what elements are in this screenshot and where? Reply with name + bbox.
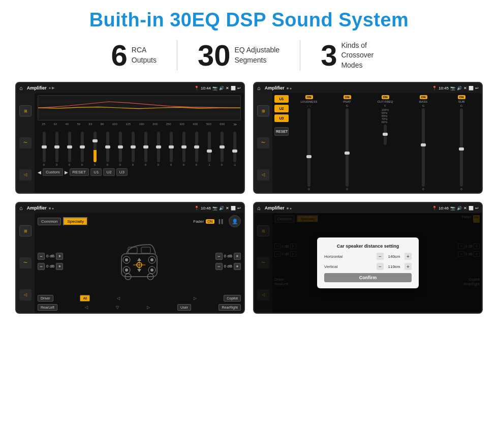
db-minus-3[interactable]: − <box>215 263 223 270</box>
fader-icon-wave[interactable]: 〜 <box>19 257 32 268</box>
mixer-home-icon: ⌂ <box>257 85 261 91</box>
cutfreq-slider[interactable] <box>384 125 387 145</box>
eq-slider-8: 0 <box>144 132 147 166</box>
eq-icon-speaker[interactable]: ◁ <box>19 169 32 181</box>
db-row-1: − 0 dB + <box>38 263 63 270</box>
common-button[interactable]: Common <box>38 218 61 225</box>
mixer-status-title: Amplifier <box>265 85 285 91</box>
eq-freq-labels: 2532405063 80100125160200 25032040050063… <box>38 123 241 127</box>
mixer-icon-wave[interactable]: 〜 <box>257 137 269 148</box>
driver-button[interactable]: Driver <box>38 295 53 302</box>
stat-crossover: 3 Kinds ofCrossover Modes <box>300 41 407 71</box>
dialog-status-title: Amplifier <box>265 205 285 211</box>
vertical-plus-btn[interactable]: + <box>404 263 412 270</box>
eq-left-panel: ⊞ 〜 ◁ <box>16 93 35 193</box>
eq-slider-14: 0 <box>221 132 224 166</box>
svg-point-9 <box>125 258 128 261</box>
fader-bottom-bar-2: RearLeft ◁ ▽ ▷ User RearRight <box>38 304 241 311</box>
dialog-content: ⊞ 〜 ◁ Common Specialty Fader ON − <box>254 213 482 313</box>
vertical-minus-btn[interactable]: − <box>377 263 384 270</box>
horizontal-plus-btn[interactable]: + <box>404 253 412 260</box>
copilot-button[interactable]: Copilot <box>224 295 241 302</box>
mixer-icon-speaker[interactable]: ◁ <box>257 169 269 181</box>
eq-next-btn[interactable]: ▶ <box>65 170 68 175</box>
mixer-channel-cutfreq: ON CUT FREQ F 100Hz90Hz80Hz70Hz60Hz <box>367 95 403 191</box>
eq-slider-6: 0 <box>119 132 122 166</box>
svg-marker-20 <box>137 269 141 272</box>
horizontal-value: 140cm <box>385 254 403 259</box>
mixer-channel-phat: ON PHAT G 0 <box>329 95 365 191</box>
db-value-2: 0 dB <box>224 254 232 258</box>
fader-label: Fader <box>193 219 204 224</box>
db-minus-2[interactable]: − <box>215 253 223 260</box>
rearleft-button[interactable]: RearLeft <box>38 304 57 311</box>
loudness-slider[interactable] <box>307 108 310 187</box>
db-minus-0[interactable]: − <box>38 253 45 260</box>
eq-slider-15: -1 <box>233 132 236 166</box>
confirm-button[interactable]: Confirm <box>324 273 412 282</box>
all-button[interactable]: All <box>80 295 90 302</box>
db-plus-0[interactable]: + <box>56 253 63 260</box>
fader-top-bar: Common Specialty Fader ON ║║ 👤 <box>38 215 241 227</box>
mixer-reset-btn[interactable]: RESET <box>274 127 289 136</box>
mixer-preset-u3[interactable]: U3 <box>274 114 289 122</box>
bass-slider[interactable] <box>422 108 425 187</box>
loudness-on-badge: ON <box>305 95 313 99</box>
eq-content: ⊞ 〜 ◁ <box>16 93 244 193</box>
eq-slider-4: 5 <box>94 132 97 166</box>
eq-slider-12: 0 <box>195 132 198 166</box>
mixer-preset-u2[interactable]: U2 <box>274 105 289 112</box>
svg-marker-19 <box>137 258 141 261</box>
eq-icon-wave[interactable]: 〜 <box>19 137 32 148</box>
bass-on-badge: ON <box>420 95 427 99</box>
mixer-presets: U1 U2 U3 RESET <box>274 95 289 191</box>
stat-eq: 30 EQ AdjustableSegments <box>177 41 300 70</box>
svg-point-13 <box>125 268 128 272</box>
mixer-preset-u1[interactable]: U1 <box>274 95 289 103</box>
db-value-0: 0 dB <box>46 254 54 258</box>
eq-prev-btn[interactable]: ◀ <box>38 170 41 175</box>
eq-slider-10: 0 <box>170 132 173 166</box>
specialty-button[interactable]: Specialty <box>63 217 87 226</box>
db-plus-2[interactable]: + <box>234 253 241 260</box>
cutfreq-on-badge: ON <box>382 95 389 99</box>
fader-person-icon: 👤 <box>229 215 241 227</box>
stat-rca-number: 6 <box>111 41 128 70</box>
db-minus-1[interactable]: − <box>38 263 45 270</box>
left-db-controls: − 0 dB + − 0 dB + <box>38 253 63 270</box>
db-plus-1[interactable]: + <box>56 263 63 270</box>
eq-u2-btn[interactable]: U2 <box>103 168 114 176</box>
phat-label: PHAT <box>343 100 351 103</box>
dialog-screen: ⌂ Amplifier ■ ● 📍 10:46 📷 🔊 ✕ ⬜ ↩ ⊞ 〜 <box>253 202 483 314</box>
user-button[interactable]: User <box>177 304 191 311</box>
svg-rect-4 <box>128 247 137 253</box>
mixer-icon-sliders[interactable]: ⊞ <box>257 105 269 116</box>
speaker-dialog-overlay: Car speaker distance setting Horizontal … <box>254 213 482 313</box>
eq-slider-1: 0 <box>55 132 58 166</box>
mixer-content: ⊞ 〜 ◁ U1 U2 U3 RESET ON LOU <box>254 93 482 193</box>
dialog-status-icons: 📍 10:46 📷 🔊 ✕ ⬜ ↩ <box>432 206 479 211</box>
eq-icon-sliders[interactable]: ⊞ <box>19 105 32 116</box>
eq-reset-btn[interactable]: RESET <box>70 168 89 176</box>
eq-u1-btn[interactable]: U1 <box>90 168 102 176</box>
mixer-status-icons: 📍 10:45 📷 🔊 ✕ ⬜ ↩ <box>432 86 479 91</box>
horizontal-minus-btn[interactable]: − <box>377 253 384 260</box>
right-db-controls: − 0 dB + − 0 dB + <box>215 253 241 270</box>
mixer-channel-sub: ON SUB G 0 <box>443 95 480 191</box>
phat-slider[interactable] <box>346 108 349 187</box>
eq-slider-3: 0 <box>81 132 84 166</box>
stat-crossover-label: Kinds ofCrossover Modes <box>341 41 387 71</box>
mixer-channels: ON LOUDNESS ~~ 0 ON <box>291 95 480 191</box>
eq-custom-btn[interactable]: Custom <box>43 168 63 176</box>
db-plus-3[interactable]: + <box>234 263 241 270</box>
dialog-home-icon: ⌂ <box>257 205 261 211</box>
rearright-button[interactable]: RearRight <box>219 304 241 311</box>
sub-slider[interactable] <box>460 108 463 187</box>
eq-u3-btn[interactable]: U3 <box>116 168 128 176</box>
fader-icon-speaker[interactable]: ◁ <box>19 289 32 301</box>
eq-slider-7: 0 <box>132 132 135 166</box>
horizontal-control: − 140cm + <box>377 253 412 260</box>
page-title: Buith-in 30EQ DSP Sound System <box>15 9 483 31</box>
fader-bottom-bar: Driver All ◁ ▷ Copilot <box>38 295 241 302</box>
fader-icon-sliders[interactable]: ⊞ <box>19 225 32 236</box>
